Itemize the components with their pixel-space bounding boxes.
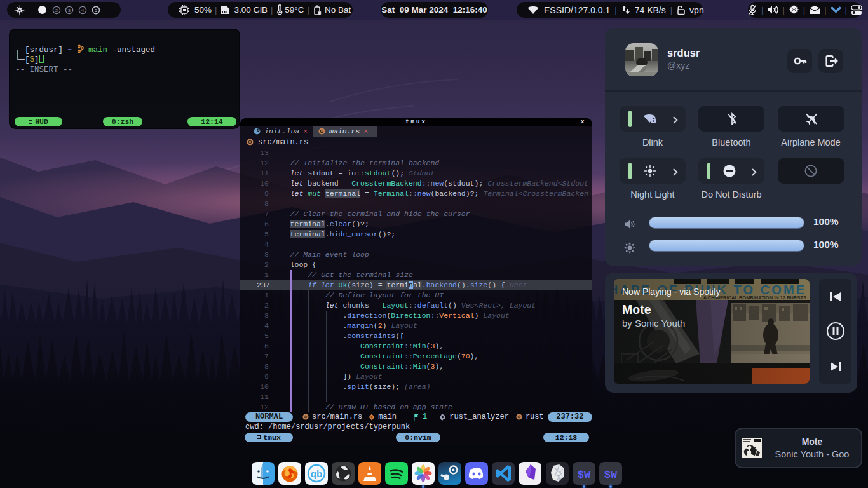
svg-text:$W: $W [604, 469, 618, 481]
svg-text:$W: $W [578, 469, 591, 481]
svg-text:5: 5 [95, 8, 98, 13]
svg-text:4: 4 [81, 8, 84, 13]
svg-text:qb: qb [311, 468, 322, 479]
svg-text:2: 2 [55, 8, 58, 13]
svg-text:3: 3 [68, 8, 71, 13]
